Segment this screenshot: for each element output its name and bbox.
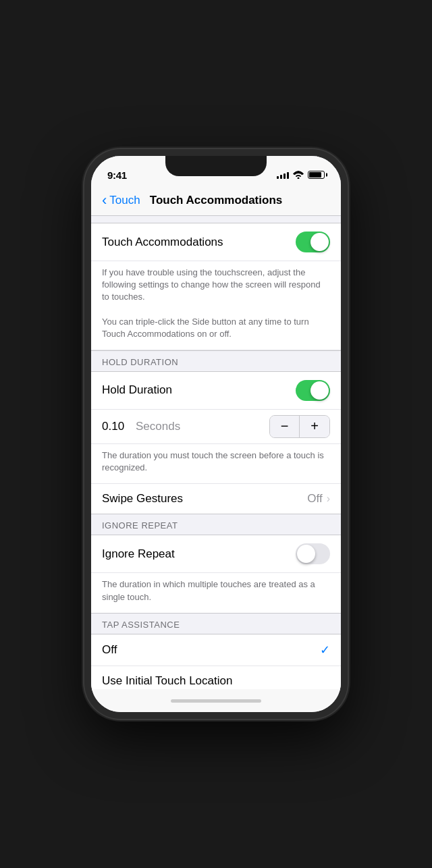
home-bar bbox=[171, 699, 261, 703]
back-label: Touch bbox=[109, 194, 140, 207]
swipe-gestures-label: Swipe Gestures bbox=[102, 492, 183, 506]
description-text-2: You can triple-click the Side button at … bbox=[102, 316, 330, 340]
tap-off-label: Off bbox=[102, 643, 117, 657]
ignore-repeat-row[interactable]: Ignore Repeat bbox=[91, 535, 341, 573]
hold-duration-toggle[interactable] bbox=[296, 380, 330, 401]
tap-assistance-off-row[interactable]: Off ✓ bbox=[91, 634, 341, 666]
hold-duration-label: Hold Duration bbox=[102, 383, 172, 397]
stepper-row: 0.10 Seconds − + bbox=[91, 410, 341, 444]
signal-bars-icon bbox=[277, 171, 289, 179]
wifi-icon bbox=[293, 171, 304, 179]
swipe-chevron-icon: › bbox=[327, 493, 330, 505]
touch-accommodations-label: Touch Accommodations bbox=[102, 236, 223, 249]
status-time: 9:41 bbox=[107, 169, 127, 181]
tap-assistance-initial-row[interactable]: Use Initial Touch Location bbox=[91, 666, 341, 689]
touch-accommodations-row[interactable]: Touch Accommodations bbox=[91, 223, 341, 261]
tap-assistance-section-header: TAP ASSISTANCE bbox=[91, 614, 341, 634]
increment-button[interactable]: + bbox=[300, 416, 329, 437]
back-chevron-icon: ‹ bbox=[102, 193, 107, 208]
ignore-repeat-toggle[interactable] bbox=[296, 543, 330, 564]
touch-accommodations-toggle[interactable] bbox=[296, 232, 330, 252]
hold-duration-card: Hold Duration 0.10 Seconds − + Th bbox=[91, 371, 341, 514]
ignore-repeat-label: Ignore Repeat bbox=[102, 547, 175, 561]
main-content: Touch Accommodations If you have trouble… bbox=[91, 216, 341, 689]
stepper-controls: − + bbox=[269, 415, 330, 438]
home-indicator bbox=[91, 689, 341, 712]
tap-assistance-card: Off ✓ Use Initial Touch Location bbox=[91, 634, 341, 689]
back-button[interactable]: ‹ Touch bbox=[102, 194, 140, 208]
touch-accommodations-description: If you have trouble using the touchscree… bbox=[91, 261, 341, 350]
stepper-value: 0.10 bbox=[102, 420, 136, 433]
tap-initial-label: Use Initial Touch Location bbox=[102, 674, 232, 688]
decrement-button[interactable]: − bbox=[270, 416, 300, 437]
swipe-gestures-row[interactable]: Swipe Gestures Off › bbox=[91, 483, 341, 514]
ignore-repeat-desc-text: The duration in which multiple touches a… bbox=[102, 578, 330, 603]
description-text-1: If you have trouble using the touchscree… bbox=[102, 267, 330, 304]
hold-duration-description: The duration you must touch the screen b… bbox=[91, 444, 341, 483]
touch-accommodations-card: Touch Accommodations If you have trouble… bbox=[91, 223, 341, 351]
hold-duration-row[interactable]: Hold Duration bbox=[91, 372, 341, 410]
ignore-repeat-description: The duration in which multiple touches a… bbox=[91, 573, 341, 612]
swipe-gestures-value: Off › bbox=[307, 492, 330, 506]
hold-duration-desc-text: The duration you must touch the screen b… bbox=[102, 450, 330, 474]
stepper-unit: Seconds bbox=[136, 420, 269, 433]
page-title: Touch Accommodations bbox=[150, 194, 282, 207]
hold-duration-section-header: HOLD DURATION bbox=[91, 352, 341, 371]
battery-icon bbox=[308, 171, 325, 179]
status-icons bbox=[277, 171, 325, 179]
ignore-repeat-card: Ignore Repeat The duration in which mult… bbox=[91, 535, 341, 613]
checkmark-icon: ✓ bbox=[320, 643, 330, 657]
ignore-repeat-section-header: IGNORE REPEAT bbox=[91, 515, 341, 535]
